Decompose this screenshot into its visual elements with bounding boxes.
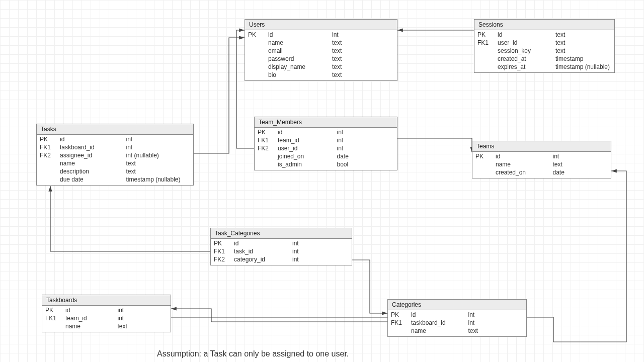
col-type: text (468, 327, 524, 334)
col-type: text (126, 160, 191, 167)
col-name: id (278, 129, 335, 136)
col-name: name (60, 160, 124, 167)
col-name: id (65, 307, 116, 314)
entity-task-categories[interactable]: Task_Categories PKidint FK1task_idint FK… (210, 228, 352, 265)
entity-categories[interactable]: Categories PKidint FK1taskboard_idint na… (387, 299, 527, 337)
col-key (477, 47, 496, 54)
col-name: session_key (498, 47, 553, 54)
entity-taskboards-title: Taskboards (42, 295, 171, 306)
col-name: user_id (278, 145, 335, 152)
col-name: id (234, 240, 290, 247)
entity-team-members-body: PKidint FK1team_idint FK2user_idint join… (255, 128, 397, 170)
col-type: text (126, 168, 191, 175)
col-name: password (268, 55, 330, 62)
col-name: email (268, 47, 330, 54)
col-key (248, 63, 266, 70)
col-type: timestamp (555, 55, 611, 62)
col-key: PK (45, 307, 63, 314)
col-key: PK (40, 136, 58, 143)
col-key: PK (475, 153, 494, 160)
col-type: text (555, 31, 611, 38)
erd-canvas: Users PKidint nametext emailtext passwor… (0, 0, 644, 362)
col-key (258, 153, 276, 160)
col-key (477, 55, 496, 62)
col-type: text (332, 55, 394, 62)
col-type: text (332, 71, 394, 78)
entity-categories-title: Categories (388, 300, 526, 310)
entity-users-title: Users (245, 20, 397, 30)
col-name: id (496, 153, 551, 160)
entity-sessions-body: PKidtext FK1user_idtext session_keytext … (474, 30, 614, 72)
col-name: name (268, 39, 330, 46)
col-name: id (411, 311, 466, 318)
col-key: FK1 (258, 137, 276, 144)
col-type: text (555, 47, 611, 54)
col-key: PK (214, 240, 232, 247)
col-name: team_id (65, 315, 116, 322)
col-type: timestamp (nullable) (555, 63, 611, 70)
col-type: int (126, 136, 191, 143)
col-key: PK (258, 129, 276, 136)
col-type: date (337, 153, 394, 160)
col-key (248, 71, 266, 78)
col-key (40, 160, 58, 167)
entity-team-members[interactable]: Team_Members PKidint FK1team_idint FK2us… (254, 117, 397, 170)
entity-tasks-body: PKidint FK1taskboard_idint FK2assignee_i… (37, 135, 193, 185)
col-key: FK2 (40, 152, 58, 159)
col-key (45, 323, 63, 330)
col-key: PK (391, 311, 409, 318)
entity-taskboards-body: PKidint FK1team_idint nametext (42, 306, 171, 332)
col-key (391, 327, 409, 334)
assumption-note: Assumption: a Task can only be assigned … (157, 349, 349, 358)
col-type: date (553, 169, 608, 176)
col-type: text (332, 47, 394, 54)
col-key: FK1 (45, 315, 63, 322)
col-type: int (468, 311, 524, 318)
col-type: int (468, 319, 524, 326)
entity-taskboards[interactable]: Taskboards PKidint FK1team_idint nametex… (42, 295, 171, 332)
col-type: text (118, 323, 168, 330)
entity-teams[interactable]: Teams PKidint nametext created_ondate (472, 141, 611, 178)
entity-team-members-title: Team_Members (255, 117, 397, 128)
col-type: text (332, 39, 394, 46)
col-type: int (332, 31, 394, 38)
col-type: bool (337, 161, 394, 168)
entity-users[interactable]: Users PKidint nametext emailtext passwor… (245, 19, 397, 81)
entity-tasks-title: Tasks (37, 124, 193, 135)
entity-categories-body: PKidint FK1taskboard_idint nametext (388, 310, 526, 336)
col-name: name (411, 327, 466, 334)
col-type: int (118, 315, 168, 322)
col-type: int (337, 137, 394, 144)
col-key (248, 55, 266, 62)
col-name: is_admin (278, 161, 335, 168)
col-key: PK (477, 31, 496, 38)
col-key: PK (248, 31, 266, 38)
col-name: id (498, 31, 553, 38)
col-name: category_id (234, 256, 290, 263)
col-name: team_id (278, 137, 335, 144)
col-key (477, 63, 496, 70)
col-type: int (126, 144, 191, 151)
col-type: int (118, 307, 168, 314)
col-type: timestamp (nullable) (126, 176, 191, 183)
col-key (40, 176, 58, 183)
col-key: FK2 (214, 256, 232, 263)
entity-tasks[interactable]: Tasks PKidint FK1taskboard_idint FK2assi… (36, 124, 194, 186)
entity-teams-body: PKidint nametext created_ondate (472, 152, 611, 178)
col-name: id (268, 31, 330, 38)
entity-task-categories-body: PKidint FK1task_idint FK2category_idint (211, 239, 352, 265)
col-key (40, 168, 58, 175)
entity-users-body: PKidint nametext emailtext passwordtext … (245, 30, 397, 80)
col-key: FK1 (40, 144, 58, 151)
col-type: int (292, 256, 349, 263)
col-type: int (292, 248, 349, 255)
col-key: FK2 (258, 145, 276, 152)
col-name: display_name (268, 63, 330, 70)
col-key (475, 161, 494, 168)
col-name: bio (268, 71, 330, 78)
col-type: int (553, 153, 608, 160)
entity-sessions[interactable]: Sessions PKidtext FK1user_idtext session… (474, 19, 615, 73)
col-type: text (555, 39, 611, 46)
col-name: task_id (234, 248, 290, 255)
entity-task-categories-title: Task_Categories (211, 228, 352, 239)
